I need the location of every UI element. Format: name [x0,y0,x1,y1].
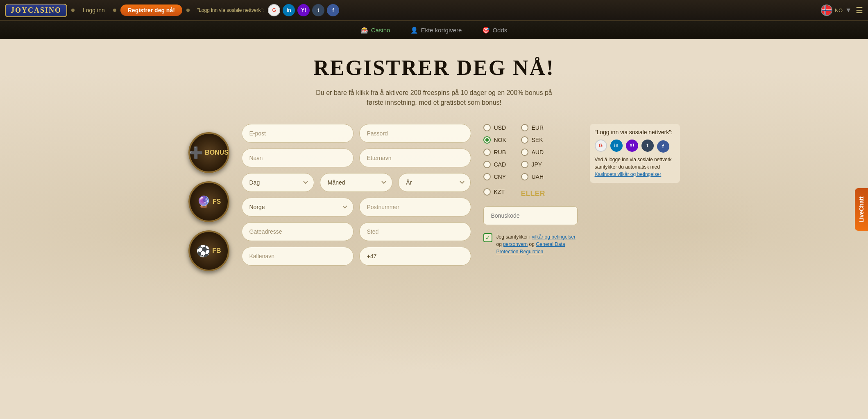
cny-label: CNY [494,173,509,180]
google-icon-top[interactable]: G [268,4,280,16]
fs-badge-label: FS [213,198,221,205]
form-container: ➕ BONUS 🔮 FS ⚽ FB [188,124,680,271]
radio-cny[interactable] [483,173,491,180]
main-content: REGISTRER DEG NÅ! Du er bare få klikk fr… [0,39,868,416]
radio-usd[interactable] [483,124,491,131]
yahoo-icon-right[interactable]: Y! [626,140,638,152]
currency-usd[interactable]: USD [483,124,509,131]
sub-nav: 🎰 Casino 👤 Ekte kortgivere 🎯 Odds [0,21,868,39]
subnav-odds[interactable]: 🎯 Odds [482,27,507,34]
nok-label: NOK [494,137,509,143]
usd-label: USD [494,124,509,131]
casino-label: Casino [371,27,390,34]
currency-uah[interactable]: UAH [521,173,546,180]
currency-row-5: CNY UAH [483,173,578,180]
facebook-icon-top[interactable]: f [327,4,339,16]
agree-checkbox[interactable]: ✓ [483,233,492,242]
agree-text: Jeg samtykker i vilkår og betingelser og… [496,233,578,255]
lastname-field[interactable] [359,149,471,167]
currency-cad[interactable]: CAD [483,161,509,168]
name-row [242,149,471,167]
subnav-live-dealer[interactable]: 👤 Ekte kortgivere [410,27,462,34]
radio-kzt[interactable] [483,188,491,196]
register-button[interactable]: Registrer deg nå! [120,5,182,16]
login-button[interactable]: Logg inn [79,7,109,14]
social-nav-label: "Logg inn via sosiale nettverk": [197,7,264,13]
fs-badge[interactable]: 🔮 FS [188,181,229,222]
social-icons-top: G in Y! t f [268,4,339,16]
nickname-phone-row [242,247,471,266]
linkedin-icon-right[interactable]: in [610,140,623,152]
currency-jpy[interactable]: JPY [521,161,546,168]
casino-icon: 🎰 [361,27,369,34]
consent-text: Ved å logge inn via sosiale nettverk sam… [595,156,675,178]
email-field[interactable] [242,124,354,143]
month-select[interactable]: Måned [320,173,392,192]
google-icon-right[interactable]: G [595,140,607,152]
currency-kzt[interactable]: KZT [483,188,509,196]
postal-field[interactable] [359,198,471,216]
live-chat-button[interactable]: LiveChatt [855,188,868,231]
eller-label: ELLER [521,185,545,198]
bonus-code-container [483,206,578,225]
currency-eur[interactable]: EUR [521,124,546,131]
firstname-field[interactable] [242,149,354,167]
currency-nok[interactable]: NOK [483,136,509,144]
privacy-link[interactable]: personvern [503,241,528,247]
street-field[interactable] [242,222,354,241]
currency-cny[interactable]: CNY [483,173,509,180]
linkedin-icon-top[interactable]: in [283,4,295,16]
eur-label: EUR [532,124,546,131]
fb-badge[interactable]: ⚽ FB [188,230,229,271]
radio-aud[interactable] [521,149,528,156]
phone-field[interactable] [359,247,471,266]
casino-terms-link[interactable]: Kasinoets vilkår og betingelser [595,171,662,177]
currency-sek[interactable]: SEK [521,136,546,144]
odds-icon: 🎯 [482,27,490,34]
nickname-field[interactable] [242,247,354,266]
bonus-code-field[interactable] [483,206,578,225]
hamburger-menu[interactable]: ☰ [856,5,863,15]
radio-rub[interactable] [483,149,491,156]
radio-uah[interactable] [521,173,528,180]
currency-rub[interactable]: RUB [483,149,509,156]
password-field[interactable] [359,124,471,143]
nav-dot-2 [113,9,116,12]
dob-row: Dag Måned År [242,173,471,192]
facebook-icon-right[interactable]: f [657,140,669,153]
radio-jpy[interactable] [521,161,528,168]
city-field[interactable] [359,222,471,241]
country-dropdown-icon: ▼ [845,7,852,14]
yahoo-icon-top[interactable]: Y! [297,4,310,16]
social-login-title: "Logg inn via sosiale nettverk": [595,129,675,135]
logo[interactable]: JOYCASINO [5,4,67,17]
radio-sek[interactable] [521,136,528,144]
country-select[interactable]: Norge [242,198,354,216]
nav-dot-3 [186,9,190,12]
country-selector[interactable]: NO ▼ [821,5,852,16]
country-postal-row: Norge [242,198,471,216]
radio-nok[interactable] [483,136,491,144]
live-dealer-icon: 👤 [410,27,418,34]
currency-row-2: NOK SEK [483,136,578,144]
year-select[interactable]: År [398,173,471,192]
uah-label: UAH [532,173,546,180]
registration-form: Dag Måned År Norge [242,124,471,271]
social-icons-right: G in Y! t f [595,140,675,153]
currency-row-6: KZT ELLER [483,185,578,198]
norway-flag-icon [821,5,832,16]
page-subtitle: Du er bare få klikk fra å aktivere 200 f… [311,88,557,108]
bonus-badge-label: BONUS [205,149,229,156]
email-password-row [242,124,471,143]
radio-eur[interactable] [521,124,528,131]
subnav-casino[interactable]: 🎰 Casino [361,27,390,34]
kzt-label: KZT [494,189,509,195]
cad-label: CAD [494,161,509,168]
terms-link[interactable]: vilkår og betingelser [532,234,576,240]
tumblr-icon-right[interactable]: t [641,140,654,152]
currency-aud[interactable]: AUD [521,149,546,156]
day-select[interactable]: Dag [242,173,314,192]
tumblr-icon-top[interactable]: t [312,4,324,16]
radio-cad[interactable] [483,161,491,168]
bonus-badge[interactable]: ➕ BONUS [188,132,229,173]
